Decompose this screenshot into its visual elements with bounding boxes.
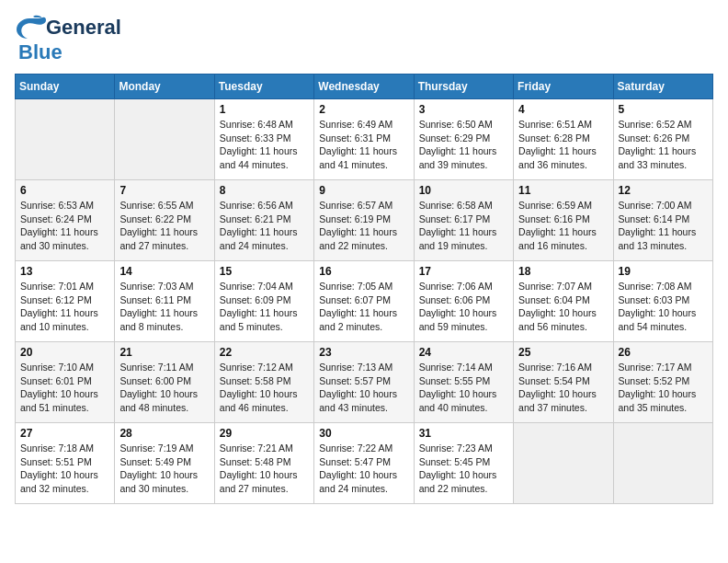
- logo-blue: Blue: [18, 40, 63, 64]
- day-cell: 17Sunrise: 7:06 AM Sunset: 6:06 PM Dayli…: [414, 261, 513, 342]
- day-cell: 31Sunrise: 7:23 AM Sunset: 5:45 PM Dayli…: [414, 423, 513, 504]
- day-cell: 21Sunrise: 7:11 AM Sunset: 6:00 PM Dayli…: [115, 342, 214, 423]
- weekday-header-tuesday: Tuesday: [214, 75, 313, 99]
- day-number: 5: [619, 103, 708, 116]
- weekday-header-friday: Friday: [514, 75, 613, 99]
- week-row-5: 27Sunrise: 7:18 AM Sunset: 5:51 PM Dayli…: [16, 423, 713, 504]
- day-cell: 10Sunrise: 6:58 AM Sunset: 6:17 PM Dayli…: [414, 180, 513, 261]
- day-cell: 23Sunrise: 7:13 AM Sunset: 5:57 PM Dayli…: [314, 342, 414, 423]
- day-cell: 22Sunrise: 7:12 AM Sunset: 5:58 PM Dayli…: [214, 342, 313, 423]
- day-cell: 18Sunrise: 7:07 AM Sunset: 6:04 PM Dayli…: [514, 261, 613, 342]
- day-number: 17: [419, 265, 508, 278]
- day-info: Sunrise: 6:51 AM Sunset: 6:28 PM Dayligh…: [518, 118, 608, 172]
- day-info: Sunrise: 7:03 AM Sunset: 6:11 PM Dayligh…: [119, 280, 209, 334]
- day-info: Sunrise: 6:57 AM Sunset: 6:19 PM Dayligh…: [319, 199, 408, 253]
- day-cell: 20Sunrise: 7:10 AM Sunset: 6:01 PM Dayli…: [16, 342, 115, 423]
- day-info: Sunrise: 7:19 AM Sunset: 5:49 PM Dayligh…: [119, 442, 209, 496]
- day-info: Sunrise: 6:59 AM Sunset: 6:16 PM Dayligh…: [518, 199, 608, 253]
- day-info: Sunrise: 7:22 AM Sunset: 5:47 PM Dayligh…: [319, 442, 408, 496]
- page-header: General Blue: [15, 15, 713, 64]
- day-cell: 7Sunrise: 6:55 AM Sunset: 6:22 PM Daylig…: [115, 180, 214, 261]
- day-number: 21: [119, 346, 209, 359]
- day-info: Sunrise: 6:53 AM Sunset: 6:24 PM Dayligh…: [20, 199, 109, 253]
- day-number: 29: [220, 427, 309, 440]
- day-cell: 1Sunrise: 6:48 AM Sunset: 6:33 PM Daylig…: [214, 99, 313, 180]
- day-cell: 24Sunrise: 7:14 AM Sunset: 5:55 PM Dayli…: [414, 342, 513, 423]
- logo-general: General: [46, 16, 121, 40]
- day-info: Sunrise: 7:04 AM Sunset: 6:09 PM Dayligh…: [220, 280, 309, 334]
- day-cell: 8Sunrise: 6:56 AM Sunset: 6:21 PM Daylig…: [214, 180, 313, 261]
- day-number: 19: [619, 265, 708, 278]
- day-info: Sunrise: 7:01 AM Sunset: 6:12 PM Dayligh…: [20, 280, 109, 334]
- day-number: 27: [20, 427, 109, 440]
- day-number: 14: [119, 265, 209, 278]
- day-number: 6: [20, 184, 109, 197]
- day-number: 18: [518, 265, 608, 278]
- day-info: Sunrise: 6:56 AM Sunset: 6:21 PM Dayligh…: [220, 199, 309, 253]
- day-info: Sunrise: 7:13 AM Sunset: 5:57 PM Dayligh…: [319, 361, 408, 415]
- day-info: Sunrise: 7:07 AM Sunset: 6:04 PM Dayligh…: [518, 280, 608, 334]
- day-info: Sunrise: 7:18 AM Sunset: 5:51 PM Dayligh…: [20, 442, 109, 496]
- day-info: Sunrise: 7:11 AM Sunset: 6:00 PM Dayligh…: [119, 361, 209, 415]
- day-info: Sunrise: 7:08 AM Sunset: 6:03 PM Dayligh…: [619, 280, 708, 334]
- day-cell: 12Sunrise: 7:00 AM Sunset: 6:14 PM Dayli…: [613, 180, 712, 261]
- day-number: 3: [419, 103, 508, 116]
- day-number: 12: [619, 184, 708, 197]
- day-number: 7: [119, 184, 209, 197]
- day-cell: [514, 423, 613, 504]
- weekday-header-thursday: Thursday: [414, 75, 513, 99]
- day-info: Sunrise: 6:52 AM Sunset: 6:26 PM Dayligh…: [619, 118, 708, 172]
- week-row-3: 13Sunrise: 7:01 AM Sunset: 6:12 PM Dayli…: [16, 261, 713, 342]
- day-info: Sunrise: 7:17 AM Sunset: 5:52 PM Dayligh…: [619, 361, 708, 415]
- day-cell: 11Sunrise: 6:59 AM Sunset: 6:16 PM Dayli…: [514, 180, 613, 261]
- weekday-header-sunday: Sunday: [16, 75, 115, 99]
- day-number: 24: [419, 346, 508, 359]
- day-cell: 25Sunrise: 7:16 AM Sunset: 5:54 PM Dayli…: [514, 342, 613, 423]
- day-cell: 26Sunrise: 7:17 AM Sunset: 5:52 PM Dayli…: [613, 342, 712, 423]
- day-cell: 3Sunrise: 6:50 AM Sunset: 6:29 PM Daylig…: [414, 99, 513, 180]
- weekday-header-saturday: Saturday: [613, 75, 712, 99]
- day-number: 28: [119, 427, 209, 440]
- day-info: Sunrise: 6:55 AM Sunset: 6:22 PM Dayligh…: [119, 199, 209, 253]
- calendar-table: SundayMondayTuesdayWednesdayThursdayFrid…: [15, 74, 713, 504]
- day-info: Sunrise: 7:14 AM Sunset: 5:55 PM Dayligh…: [419, 361, 508, 415]
- day-number: 4: [518, 103, 608, 116]
- weekday-header-wednesday: Wednesday: [314, 75, 414, 99]
- week-row-1: 1Sunrise: 6:48 AM Sunset: 6:33 PM Daylig…: [16, 99, 713, 180]
- day-number: 8: [220, 184, 309, 197]
- logo-bird-icon: [15, 15, 46, 40]
- logo: General Blue: [15, 15, 121, 64]
- day-info: Sunrise: 7:06 AM Sunset: 6:06 PM Dayligh…: [419, 280, 508, 334]
- day-number: 13: [20, 265, 109, 278]
- day-number: 22: [220, 346, 309, 359]
- day-info: Sunrise: 6:48 AM Sunset: 6:33 PM Dayligh…: [220, 118, 309, 172]
- day-cell: [115, 99, 214, 180]
- day-cell: 27Sunrise: 7:18 AM Sunset: 5:51 PM Dayli…: [16, 423, 115, 504]
- day-number: 16: [319, 265, 408, 278]
- day-number: 2: [319, 103, 408, 116]
- day-cell: 30Sunrise: 7:22 AM Sunset: 5:47 PM Dayli…: [314, 423, 414, 504]
- day-number: 20: [20, 346, 109, 359]
- day-info: Sunrise: 6:49 AM Sunset: 6:31 PM Dayligh…: [319, 118, 408, 172]
- week-row-2: 6Sunrise: 6:53 AM Sunset: 6:24 PM Daylig…: [16, 180, 713, 261]
- day-info: Sunrise: 7:23 AM Sunset: 5:45 PM Dayligh…: [419, 442, 508, 496]
- day-cell: 15Sunrise: 7:04 AM Sunset: 6:09 PM Dayli…: [214, 261, 313, 342]
- day-cell: 29Sunrise: 7:21 AM Sunset: 5:48 PM Dayli…: [214, 423, 313, 504]
- day-info: Sunrise: 7:21 AM Sunset: 5:48 PM Dayligh…: [220, 442, 309, 496]
- day-cell: [16, 99, 115, 180]
- day-info: Sunrise: 7:10 AM Sunset: 6:01 PM Dayligh…: [20, 361, 109, 415]
- day-cell: 19Sunrise: 7:08 AM Sunset: 6:03 PM Dayli…: [613, 261, 712, 342]
- day-number: 23: [319, 346, 408, 359]
- week-row-4: 20Sunrise: 7:10 AM Sunset: 6:01 PM Dayli…: [16, 342, 713, 423]
- day-info: Sunrise: 7:12 AM Sunset: 5:58 PM Dayligh…: [220, 361, 309, 415]
- day-number: 31: [419, 427, 508, 440]
- day-cell: [613, 423, 712, 504]
- day-cell: 5Sunrise: 6:52 AM Sunset: 6:26 PM Daylig…: [613, 99, 712, 180]
- day-cell: 9Sunrise: 6:57 AM Sunset: 6:19 PM Daylig…: [314, 180, 414, 261]
- day-info: Sunrise: 6:58 AM Sunset: 6:17 PM Dayligh…: [419, 199, 508, 253]
- weekday-header-monday: Monday: [115, 75, 214, 99]
- day-cell: 2Sunrise: 6:49 AM Sunset: 6:31 PM Daylig…: [314, 99, 414, 180]
- day-cell: 28Sunrise: 7:19 AM Sunset: 5:49 PM Dayli…: [115, 423, 214, 504]
- day-number: 25: [518, 346, 608, 359]
- day-cell: 4Sunrise: 6:51 AM Sunset: 6:28 PM Daylig…: [514, 99, 613, 180]
